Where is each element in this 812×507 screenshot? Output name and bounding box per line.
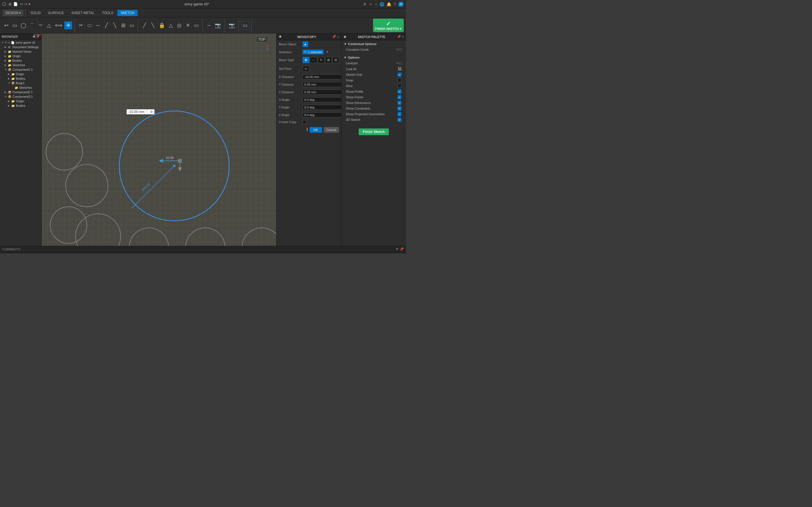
palette-pin-icon[interactable]: 📌 (397, 35, 401, 39)
tab-sketch[interactable]: SKETCH (117, 10, 138, 16)
x-distance-input[interactable]: -10.00 mm (303, 74, 345, 79)
eye-icon[interactable]: 👁 (4, 41, 7, 44)
linetype-icon-2[interactable]: □ (399, 61, 402, 65)
z-distance-input[interactable]: 0.00 mm (303, 90, 345, 95)
tree-item-component2:1[interactable]: ▶📦Component2:1 (0, 90, 42, 94)
tree-item-named-views[interactable]: ▶📁Named Views (0, 49, 42, 54)
clear-selection-icon[interactable]: ✕ (326, 50, 328, 54)
tab-solid[interactable]: SOLID (27, 10, 44, 16)
ok-button[interactable]: OK (310, 127, 322, 133)
options-header[interactable]: ▼ Options (344, 55, 404, 60)
tree-item-bodies[interactable]: ▶📁Bodies (0, 58, 42, 63)
move-handle[interactable] (178, 159, 182, 163)
polygon-tool[interactable]: △ (45, 21, 53, 29)
globe-icon[interactable]: 🌐 (379, 2, 384, 6)
selection-badge[interactable]: ↖ 1 selected (303, 50, 324, 54)
curvature-icon-2[interactable]: □ (399, 47, 402, 52)
look-at-icon[interactable]: 🖼 (398, 67, 402, 71)
show-profile-checkbox[interactable]: ✓ (398, 90, 402, 94)
add-tab-icon[interactable]: ＋ (369, 2, 373, 7)
comments-collapse-icon[interactable]: ▼ (396, 247, 399, 251)
translate-btn[interactable]: ↔ (310, 57, 317, 63)
sketch-grid-checkbox[interactable]: ✓ (398, 73, 402, 76)
spline-tool[interactable]: 〜 (37, 22, 45, 29)
y-angle-input[interactable]: 0.0 deg (303, 105, 345, 110)
snap-checkbox[interactable] (398, 78, 402, 82)
comments-pin-icon[interactable]: 📌 (400, 247, 404, 251)
equal-tool[interactable]: ✕ (184, 21, 192, 29)
tree-item-bodies[interactable]: ▶📁Bodies (0, 103, 42, 108)
close-icon[interactable]: ✕ (363, 2, 366, 6)
more-icon[interactable]: ▾ (29, 2, 31, 6)
show-points-checkbox[interactable]: ✓ (398, 95, 402, 99)
tree-item-sketches[interactable]: 📁Sketches (0, 86, 42, 90)
palette-expand-icon[interactable]: » (402, 35, 404, 39)
tree-item-body1[interactable]: ▼📦Body1 (0, 81, 42, 86)
rect-tool[interactable]: ▭ (11, 21, 18, 29)
user-avatar[interactable]: JP (398, 1, 404, 7)
fillet-tool[interactable]: ╱ (102, 21, 110, 29)
slot-tool[interactable]: ⟺ (54, 21, 64, 29)
midpoint-tool[interactable]: △ (167, 21, 175, 29)
bell-icon[interactable]: 🔔 (387, 2, 391, 6)
create-copy-checkbox[interactable] (303, 120, 306, 124)
finish-sketch-button[interactable]: ✓ FINISH SKETCH ▾ (373, 18, 404, 32)
coincident-tool[interactable]: ╱ (140, 21, 148, 29)
z-angle-input[interactable]: 0.0 deg (303, 112, 345, 117)
dim-options-icon[interactable]: ⋮ (146, 110, 149, 114)
scale-btn[interactable]: ⊠ (325, 57, 332, 63)
tree-item-origin[interactable]: ▶📁Origin (0, 99, 42, 103)
arc-tool[interactable]: ⌒ (28, 22, 36, 29)
tree-item-component3:1[interactable]: ▼📦Component3:1 (0, 94, 42, 99)
help-icon[interactable]: ? (394, 2, 396, 6)
undo-icon[interactable]: ↩ (20, 2, 23, 6)
y-distance-input[interactable]: 0.00 mm (303, 82, 345, 87)
contextual-options-header[interactable]: ▼ Contextual Options (344, 41, 404, 47)
dimension-input-box[interactable]: -10.00 mm ⋮ ⊞ (126, 109, 155, 115)
curvature-icon-1[interactable]: < (396, 47, 399, 52)
pattern-tool[interactable]: ⊞ (119, 21, 127, 29)
line-tool[interactable]: ↩ (2, 21, 10, 29)
component-btn[interactable]: ⊞ (333, 57, 339, 63)
rotate-btn[interactable]: ↻ (318, 57, 324, 63)
collinear-tool[interactable]: ╲ (149, 21, 157, 29)
viewport[interactable]: R50.00 10.00 -10.00 mm ⋮ ⊞ TOP (42, 34, 276, 246)
design-button[interactable]: DESIGN ▾ (3, 10, 23, 16)
x-angle-input[interactable]: 0.0 deg (303, 97, 345, 102)
panel-pin-icon[interactable]: 📌 (332, 35, 336, 39)
circle-icon[interactable]: ○ (375, 2, 377, 6)
chamfer-tool[interactable]: ╲ (111, 21, 119, 29)
dim-expand-icon[interactable]: ⊞ (150, 110, 153, 114)
set-pivot-btn[interactable]: ⊙ (303, 66, 309, 72)
concentric-tool[interactable]: ◎ (175, 21, 183, 29)
tree-item-sorry-game-v5[interactable]: ▼👁⚙📄sorry game v5 (0, 40, 42, 45)
tab-sheet-metal[interactable]: SHEET METAL (68, 10, 98, 16)
panel-expand-icon[interactable]: » (337, 35, 339, 39)
extend-tool[interactable]: ⬭ (86, 22, 93, 29)
show-projected-geometries-checkbox[interactable]: ✓ (398, 112, 402, 116)
lock-tool[interactable]: 🔒 (157, 21, 166, 29)
tree-item-origin[interactable]: ▶📁Origin (0, 72, 42, 76)
redo-icon[interactable]: ↪ (24, 2, 28, 6)
tree-item-bodies[interactable]: ▶📁Bodies (0, 76, 42, 81)
tab-tools[interactable]: TOOLS (98, 10, 116, 16)
insert-image-tool[interactable]: 📷 (227, 21, 236, 29)
grid-icon[interactable]: ⊞ (8, 2, 11, 6)
show-constraints-checkbox[interactable]: ✓ (398, 107, 402, 110)
tree-item-sketches[interactable]: ▶📁Sketches (0, 63, 42, 67)
symmetry-tool[interactable]: ▭ (192, 21, 200, 29)
select-tool[interactable]: ▭ (241, 21, 249, 30)
palette-finish-sketch-button[interactable]: Finish Sketch (359, 128, 389, 135)
file-icon[interactable]: 📄 (13, 2, 18, 6)
sketch-3d-checkbox[interactable]: ✓ (398, 118, 402, 122)
move-tool[interactable]: ✛ (64, 21, 72, 29)
free-move-btn[interactable]: ⊕ (303, 57, 309, 63)
trim-tool[interactable]: ✂ (77, 21, 85, 29)
tree-item-component1:1[interactable]: ▼📦Component1:1 (0, 67, 42, 72)
measure-tool[interactable]: ↔ (205, 22, 213, 29)
move-object-icon[interactable]: ◈ (303, 41, 308, 47)
show-dimensions-checkbox[interactable]: ✓ (398, 101, 402, 105)
tree-item-origin[interactable]: ▶📁Origin (0, 54, 42, 58)
info-icon[interactable]: ℹ (306, 127, 308, 133)
tree-item-document-settings[interactable]: ▶⚙Document Settings (0, 45, 42, 49)
